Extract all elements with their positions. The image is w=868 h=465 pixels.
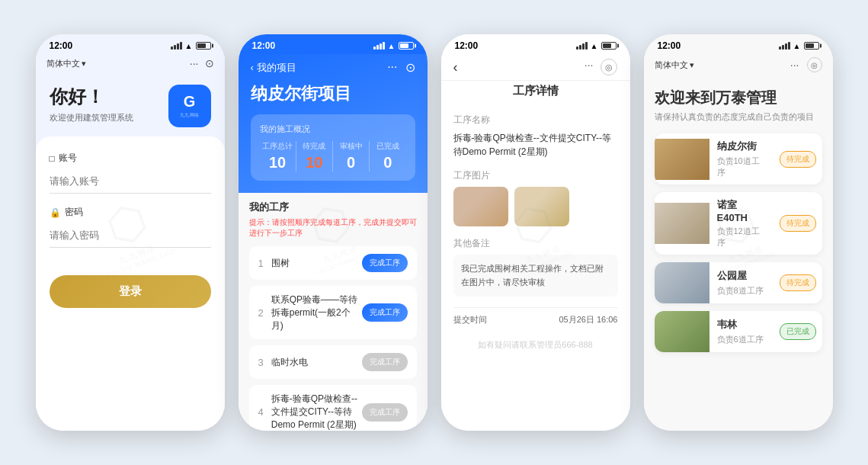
phone-welcome: 12:00 ▲ 简体中文 ▾ ··· ◎ (644, 34, 833, 431)
project-desc-2: 负责12道工序 (717, 226, 766, 249)
logo-icon: G (184, 93, 196, 111)
image-row (453, 187, 618, 226)
stats-row: 工序总计 10 待完成 10 审核中 0 已完成 0 (260, 141, 406, 172)
project-card-2[interactable]: 诺室E40TH 负责12道工序 待完成 (655, 192, 822, 255)
project-info-3: 公园屋 负责8道工序 (709, 263, 774, 303)
battery-icon-2 (399, 42, 414, 50)
stat4-label: 已完成 (370, 141, 405, 152)
nav-right-icons: ··· ◎ (585, 59, 618, 75)
work-name-4: 拆毒-验毒QP做检查--文件提交CITY--等待Demo Permit (2星期… (271, 393, 362, 431)
work-num-1: 1 (258, 258, 264, 269)
battery-icon-1 (196, 42, 211, 50)
stat2-value: 10 (296, 154, 332, 172)
status-badge-3: 待完成 (780, 274, 816, 291)
circle-icon-4[interactable]: ◎ (807, 57, 822, 72)
status-time-1: 12:00 (50, 40, 73, 51)
stat-done: 已完成 0 (370, 141, 405, 172)
project-card-3[interactable]: 公园屋 负责8道工序 待完成 (655, 262, 822, 303)
more-icon-4[interactable]: ··· (790, 59, 799, 71)
image-thumb-2 (514, 187, 569, 226)
complete-btn-3[interactable]: 完成工序 (362, 353, 408, 371)
status-bar-2: 12:00 ▲ (239, 34, 428, 54)
back-button[interactable]: ‹ 我的项目 (251, 61, 296, 75)
welcome-subtitle: 请保持认真负责的态度完成自己负责的项目 (655, 111, 822, 123)
status-badge-1: 待完成 (780, 151, 816, 168)
welcome-body: 欢迎来到万泰管理 请保持认真负责的态度完成自己负责的项目 纳皮尔街 负责10道工… (644, 77, 833, 431)
more-icon-3[interactable]: ··· (585, 59, 594, 75)
logo-box: G 九九网络 (168, 85, 211, 127)
project-desc-4: 负责6道工序 (717, 334, 766, 345)
back-icon-3[interactable]: ‹ (453, 59, 458, 75)
password-input[interactable] (50, 223, 211, 248)
account-input[interactable] (50, 169, 211, 194)
login-header: 你好！ 欢迎使用建筑管理系统 G 九九网络 (36, 74, 225, 133)
settings-icon-2[interactable]: ⊙ (405, 60, 415, 75)
project-img-4 (655, 311, 709, 352)
lang-selector-4[interactable]: 简体中文 ▾ (655, 59, 694, 71)
chevron-down-icon: ▾ (82, 59, 86, 69)
submit-time-row: 提交时间 05月26日 16:06 (453, 307, 618, 332)
project-name-3: 公园屋 (717, 269, 766, 283)
project-desc-3: 负责8道工序 (717, 285, 766, 297)
phone-project: 12:00 ▲ ‹ 我的项目 (239, 34, 428, 431)
wifi-icon-4: ▲ (793, 42, 801, 50)
work-num-2: 2 (258, 307, 264, 319)
complete-btn-1[interactable]: 完成工序 (362, 254, 408, 272)
work-name-label: 工序名称 (453, 114, 618, 127)
status-badge-4: 已完成 (780, 323, 816, 340)
back-label: 我的项目 (257, 61, 296, 75)
wifi-icon-2: ▲ (388, 42, 396, 50)
project-info-1: 纳皮尔街 负责10道工序 (709, 133, 774, 184)
work-num-3: 3 (258, 357, 264, 368)
stats-card: 我的施工概况 工序总计 10 待完成 10 审核中 0 已完 (251, 114, 415, 181)
status-bar-4: 12:00 ▲ (644, 34, 833, 54)
project-info-4: 韦林 负责6道工序 (709, 312, 774, 351)
password-label: 🔒 密码 (50, 206, 211, 219)
status-icons-2: ▲ (373, 42, 414, 50)
login-form: □ 账号 🔒 密码 登录 (36, 136, 225, 431)
wifi-icon-3: ▲ (591, 42, 598, 50)
notes-value: 我已完成围树相关工程操作，文档已附在图片中，请尽快审核 (453, 255, 618, 297)
project-name-2: 诺室E40TH (717, 198, 766, 223)
work-name-1: 围树 (271, 257, 362, 270)
password-group: 🔒 密码 (50, 206, 211, 248)
work-item-3: 3 临时水电 完成工序 (249, 345, 417, 379)
chevron-down-icon-4: ▾ (690, 60, 694, 70)
warning-text: 提示：请按照顺序完成每道工序，完成并提交即可进行下一步工序 (249, 217, 417, 239)
work-name-2: 联系QP验毒——等待拆毒permit(一般2个月) (271, 293, 362, 332)
stat-pending: 待完成 10 (296, 141, 333, 172)
signal-icon-2 (373, 42, 385, 50)
menu-icon[interactable]: ··· (190, 57, 199, 69)
signal-icon-1 (171, 42, 182, 50)
lock-icon: 🔒 (50, 207, 61, 218)
logo-text: 九九网络 (180, 112, 200, 119)
more-icon-2[interactable]: ··· (387, 60, 397, 75)
project-img-2 (655, 203, 709, 244)
subtitle-text: 欢迎使用建筑管理系统 (50, 112, 133, 123)
back-arrow-icon: ‹ (251, 62, 254, 73)
project-name-1: 纳皮尔街 (717, 140, 766, 153)
project-card-4[interactable]: 韦林 负责6道工序 已完成 (655, 311, 822, 352)
target-icon[interactable]: ⊙ (205, 57, 214, 69)
status-icons-3: ▲ (576, 42, 617, 50)
login-greeting: 你好！ 欢迎使用建筑管理系统 (50, 85, 133, 123)
complete-btn-2[interactable]: 完成工序 (362, 303, 408, 322)
login-body: 简体中文 ▾ ··· ⊙ 你好！ 欢迎使用建筑管理系统 G 九九网络 (36, 54, 225, 431)
login-button[interactable]: 登录 (50, 275, 211, 308)
phone-detail: 12:00 ▲ ‹ ··· ◎ 工序详情 (441, 34, 630, 431)
image-thumb-1 (453, 187, 508, 226)
detail-nav: ‹ ··· ◎ (441, 54, 630, 81)
project-title: 纳皮尔街项目 (251, 82, 415, 105)
complete-btn-4[interactable]: 完成工序 (362, 403, 408, 422)
status-bar-3: 12:00 ▲ (441, 34, 630, 54)
project-info-2: 诺室E40TH 负责12道工序 (709, 192, 774, 255)
stat2-label: 待完成 (296, 141, 332, 152)
notes-label: 其他备注 (453, 237, 618, 250)
project-card-1[interactable]: 纳皮尔街 负责10道工序 待完成 (655, 133, 822, 184)
project-name-4: 韦林 (717, 318, 766, 332)
images-section: 工序图片 (453, 169, 618, 226)
circle-icon-3[interactable]: ◎ (601, 59, 617, 75)
work-name-value: 拆毒-验毒QP做检查--文件提交CITY--等待Demo Permit (2星期… (453, 131, 618, 159)
lang-selector[interactable]: 简体中文 ▾ (46, 58, 86, 69)
stat1-value: 10 (260, 154, 296, 172)
